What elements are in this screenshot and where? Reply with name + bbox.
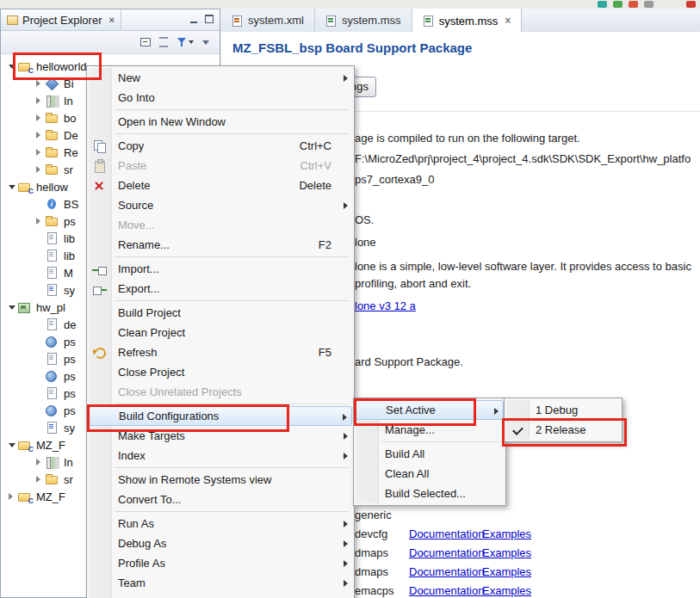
maximize-icon[interactable] <box>205 15 214 23</box>
documentation-link[interactable]: Documentation <box>409 546 484 559</box>
menu-item[interactable]: Debug As <box>89 533 352 553</box>
menu-item[interactable]: Paste Ctrl+V <box>89 156 352 176</box>
file-icon <box>325 15 337 27</box>
green-tool-icon[interactable] <box>613 1 623 8</box>
tree-expander-icon[interactable] <box>7 491 17 502</box>
menu-item[interactable]: Profile As <box>89 553 352 573</box>
menu-item[interactable]: 2 Release <box>506 420 620 440</box>
menu-item[interactable]: Convert To... <box>89 490 352 509</box>
menu-item[interactable]: New <box>89 68 352 88</box>
documentation-link[interactable]: Documentation <box>409 584 484 597</box>
driver-row: dmaps Documentation Examples <box>355 562 700 581</box>
red-tool-icon[interactable] <box>629 1 638 8</box>
menu-separator <box>115 404 349 404</box>
editor-tab[interactable]: system.mss <box>412 9 523 33</box>
tree-item-label: lib <box>64 232 75 245</box>
tree-item-label: ps <box>64 215 76 228</box>
tree-expander-icon[interactable] <box>7 302 17 312</box>
close-icon[interactable] <box>108 15 114 25</box>
menu-item[interactable]: Build All <box>356 444 504 464</box>
tree-expander-icon[interactable] <box>7 440 17 450</box>
menu-item-icon <box>357 447 380 462</box>
os-version-link[interactable]: lone v3 12 a <box>355 299 416 312</box>
menu-item[interactable]: Build Project <box>89 303 352 323</box>
menu-item[interactable]: Index <box>89 446 352 465</box>
menu-item[interactable]: Copy Ctrl+C <box>89 136 352 156</box>
examples-link[interactable]: Examples <box>482 527 531 540</box>
menu-item[interactable]: Set Active <box>356 400 504 420</box>
tree-expander-icon[interactable] <box>34 216 45 226</box>
filter-icon[interactable] <box>177 37 194 47</box>
menu-item-icon <box>90 178 113 194</box>
menu-item[interactable]: Rename... F2 <box>89 235 352 255</box>
menu-item[interactable]: Manage... <box>356 420 504 440</box>
menu-item-label: Team <box>118 576 146 589</box>
menu-item[interactable]: Make Targets <box>89 426 352 446</box>
view-menu-icon[interactable] <box>202 40 209 45</box>
tree-item-icon <box>45 129 60 142</box>
tree-item-label: ps <box>64 370 76 383</box>
teal-tool-icon[interactable] <box>598 1 607 8</box>
editor-tab[interactable]: system.xml <box>221 9 315 32</box>
tree-item-label: sr <box>64 473 73 486</box>
menu-item[interactable]: Go Into <box>89 88 352 108</box>
collapse-all-icon[interactable] <box>140 38 151 46</box>
menu-item[interactable]: Show in Remote Systems view <box>89 470 352 490</box>
documentation-link[interactable]: Documentation <box>409 527 484 540</box>
tree-item-label: sy <box>64 284 75 297</box>
menu-item[interactable]: Team <box>89 573 352 593</box>
project-explorer-toolbar <box>1 31 220 54</box>
menu-item-label: Paste <box>118 159 146 172</box>
menu-item-icon <box>90 492 113 508</box>
tree-expander-icon[interactable] <box>34 164 45 175</box>
menu-item[interactable]: Close Unrelated Projects <box>89 382 352 402</box>
menu-item[interactable]: Clean All <box>356 464 504 484</box>
tree-item-label: Re <box>64 146 78 159</box>
editor-tab[interactable]: system.mss <box>315 9 412 32</box>
red-tool-icon[interactable] <box>686 1 696 8</box>
close-icon[interactable] <box>505 15 511 27</box>
minimize-icon[interactable] <box>190 22 197 23</box>
tree-expander-icon[interactable] <box>34 147 45 157</box>
menu-item[interactable]: Build Selected... <box>356 484 504 503</box>
link-with-editor-icon[interactable] <box>159 37 168 47</box>
tree-expander-icon[interactable] <box>34 457 45 467</box>
menu-item[interactable]: Compare With <box>89 593 352 598</box>
menu-item[interactable]: Open in New Window <box>89 112 352 132</box>
menu-item[interactable]: Export... <box>89 279 352 299</box>
driver-name: dmaps <box>355 546 409 559</box>
menu-item-icon <box>90 114 113 130</box>
menu-item-icon <box>357 486 380 502</box>
tree-item-icon <box>45 387 60 400</box>
menu-item[interactable]: 1 Debug <box>506 400 620 420</box>
tab-project-explorer[interactable]: Project Explorer <box>1 9 121 30</box>
menu-item[interactable]: Import... <box>89 259 352 279</box>
menu-item-label: Go Into <box>118 91 155 104</box>
menu-item-icon <box>508 403 530 418</box>
tree-expander-icon[interactable] <box>34 474 45 484</box>
tree-expander-icon[interactable] <box>7 182 17 192</box>
tree-expander-icon[interactable] <box>34 113 45 123</box>
menu-item[interactable]: Refresh F5 <box>89 342 352 362</box>
menu-item[interactable]: Clean Project <box>89 323 352 342</box>
menu-item[interactable]: Close Project <box>89 362 352 382</box>
menu-item-icon <box>90 428 113 444</box>
examples-link[interactable]: Examples <box>482 584 531 597</box>
menu-item[interactable]: Source <box>89 195 352 215</box>
tree-expander-icon[interactable] <box>34 96 45 106</box>
tree-expander-icon[interactable] <box>7 61 17 71</box>
documentation-link[interactable]: Documentation <box>409 565 484 578</box>
tree-expander-icon[interactable] <box>34 130 45 140</box>
examples-link[interactable]: Examples <box>482 546 531 559</box>
gray-tool-icon[interactable] <box>644 1 654 8</box>
menu-item[interactable]: Build Configurations <box>89 406 352 426</box>
tree-expander-icon[interactable] <box>34 78 45 89</box>
menu-item[interactable]: Move... <box>89 215 352 235</box>
bsp-drivers-intro-text: ard Support Package. <box>355 355 463 368</box>
menu-item[interactable]: Run As <box>89 514 352 533</box>
menu-item[interactable]: Delete Delete <box>89 176 352 195</box>
examples-link[interactable]: Examples <box>482 565 531 578</box>
tree-item-icon <box>17 439 33 452</box>
tree-item-label: ps <box>64 336 76 348</box>
menu-item-shortcut: Delete <box>299 179 344 192</box>
